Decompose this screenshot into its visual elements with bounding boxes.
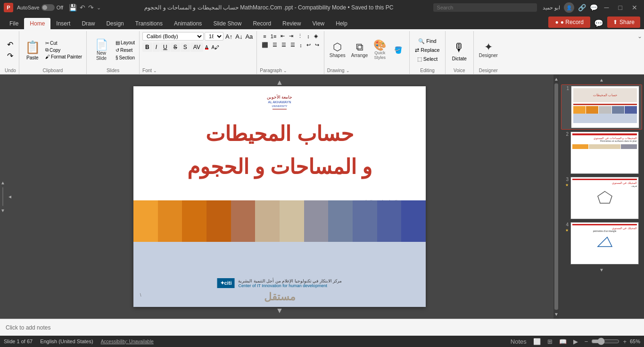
shadow-button[interactable]: S — [181, 42, 190, 52]
find-button[interactable]: 🔍 Find — [416, 37, 438, 45]
scroll-down-arrow[interactable]: ▼ — [553, 311, 560, 318]
scroll-thumb[interactable] — [554, 83, 558, 310]
dictate-button[interactable]: 🎙 Dictate — [448, 38, 471, 63]
font-expand-icon[interactable]: ⌄ — [153, 68, 157, 73]
replace-button[interactable]: ⇄ Replace — [413, 46, 442, 54]
thumbnail-2[interactable]: 2 المحيطات و المساحات في المستوي Périmèt… — [561, 131, 642, 175]
redo-title-icon[interactable]: ↷ — [88, 4, 94, 11]
tab-slideshow[interactable]: Slide Show — [207, 18, 247, 29]
copy-button[interactable]: ⧉ Copy — [44, 47, 83, 53]
thumb-2-image[interactable]: المحيطات و المساحات في المستوي Périmètre… — [570, 132, 639, 174]
select-button[interactable]: ⬚ Select — [415, 55, 440, 63]
decrease-indent-button[interactable]: ⇤ — [279, 32, 287, 40]
font-color-button[interactable]: A — [204, 44, 210, 50]
panel-down-arrow[interactable]: ▼ — [0, 208, 5, 213]
thumb-4-image[interactable]: المحيلك في المستوي périmètre d'un triang… — [570, 222, 639, 264]
align-left-button[interactable]: ⬛ — [260, 41, 270, 49]
slide-canvas[interactable]: جامعة الأخوين AL AKHAWAYN UNIVERSITY حسا… — [133, 86, 426, 307]
save-icon[interactable]: 💾 — [69, 4, 77, 11]
align-right-button[interactable]: ☰ — [280, 41, 288, 49]
undo-button[interactable]: ↶ — [5, 39, 15, 50]
new-slide-button[interactable]: 📄 NewSlide — [90, 38, 113, 62]
record-button[interactable]: ● ● Record — [548, 17, 590, 28]
font-name-select[interactable]: Calibri (Body) — [142, 32, 204, 41]
share-icon[interactable]: 🔗 — [578, 4, 586, 11]
tab-animations[interactable]: Animations — [168, 18, 207, 29]
ltr-button[interactable]: ↪ — [313, 41, 321, 49]
accessibility-status[interactable]: Accessibility: Unavailable — [101, 339, 154, 344]
tab-review[interactable]: Review — [277, 18, 306, 29]
underline-button[interactable]: U — [160, 42, 170, 52]
customize-title-icon[interactable]: ⌄ — [97, 5, 101, 11]
reading-view-button[interactable]: 📖 — [558, 338, 568, 345]
tab-draw[interactable]: Draw — [76, 18, 100, 29]
slide-nav-down[interactable]: ▼ — [276, 306, 283, 315]
designer-button[interactable]: ✦ Designer — [477, 41, 500, 59]
justify-button[interactable]: ☰ — [289, 41, 297, 49]
share-button[interactable]: ⬆ Share — [607, 17, 640, 28]
thumb-1-image[interactable]: حساب المحيطات — [571, 86, 639, 128]
scroll-up-arrow[interactable]: ▲ — [553, 75, 560, 83]
normal-view-button[interactable]: ⬜ — [532, 338, 542, 345]
strikethrough-button[interactable]: S — [171, 42, 180, 52]
arrange-button[interactable]: ⧉ Arrange — [349, 41, 371, 59]
comment-button[interactable]: 💬 — [594, 19, 603, 28]
search-input[interactable] — [433, 3, 537, 12]
redo-button[interactable]: ↷ — [5, 50, 15, 61]
shapes-button[interactable]: ⬡ Shapes — [327, 41, 348, 59]
zoom-out-button[interactable]: − — [583, 338, 590, 345]
panel-up-arrow[interactable]: ▲ — [0, 180, 5, 185]
thumbnail-4[interactable]: 4 ★ المحيلك في المستوي périmètre d'un tr… — [561, 221, 642, 265]
thumbnail-3[interactable]: 3 ★ المحيلك في المستوي تعريف P=AB+BC+CD+… — [561, 176, 642, 220]
thumb-3-image[interactable]: المحيلك في المستوي تعريف P=AB+BC+CD+DE+E… — [570, 177, 639, 219]
canvas-area[interactable]: ▲ ◂ جامعة الأخوين AL AKHAWAYN UNIVERSITY… — [6, 74, 553, 319]
presentation-view-button[interactable]: ▶ — [572, 338, 579, 345]
increase-font-button[interactable]: A↑ — [224, 33, 233, 41]
zoom-slider[interactable] — [591, 338, 619, 345]
slide-nav-up[interactable]: ▲ — [276, 78, 283, 87]
cut-button[interactable]: ✂ Cut — [44, 40, 83, 46]
italic-button[interactable]: I — [153, 42, 160, 52]
clear-format-button[interactable]: Aa — [244, 33, 254, 41]
notes-button[interactable]: Notes — [509, 338, 528, 345]
tab-design[interactable]: Design — [100, 18, 129, 29]
maximize-button[interactable]: □ — [616, 4, 625, 11]
layout-button[interactable]: ▤ Layout — [114, 40, 136, 46]
vertical-scrollbar[interactable]: ▲ ▼ — [553, 74, 559, 319]
align-center-button[interactable]: ☰ — [271, 41, 279, 49]
tab-record[interactable]: Record — [247, 18, 277, 29]
tab-home[interactable]: Home — [24, 18, 50, 29]
tab-transitions[interactable]: Transitions — [130, 18, 168, 29]
char-spacing-button[interactable]: AV — [190, 42, 203, 52]
close-button[interactable]: ✕ — [629, 4, 640, 11]
numbering-button[interactable]: 1≡ — [269, 33, 279, 40]
rtl-button[interactable]: ↩ — [305, 41, 313, 49]
font-size-select[interactable]: 18 — [205, 32, 223, 41]
avatar[interactable]: 👤 — [564, 2, 574, 13]
shape-fill-button[interactable]: 🪣 — [389, 45, 406, 55]
thumbs-scroll-up[interactable]: ▲ — [561, 76, 642, 83]
bold-button[interactable]: B — [142, 42, 152, 52]
paste-button[interactable]: 📋 Paste — [22, 39, 43, 62]
increase-indent-button[interactable]: ⇥ — [287, 32, 295, 40]
reset-button[interactable]: ↺ Reset — [114, 47, 136, 53]
zoom-in-button[interactable]: + — [621, 338, 628, 345]
decrease-font-button[interactable]: A↓ — [234, 33, 243, 41]
tab-file[interactable]: File — [4, 18, 24, 29]
section-button[interactable]: § Section — [114, 55, 136, 61]
thumbs-scroll-down[interactable]: ▼ — [561, 266, 642, 273]
minimize-button[interactable]: ─ — [602, 4, 612, 11]
autosave-toggle[interactable] — [41, 4, 55, 11]
tab-view[interactable]: View — [306, 18, 330, 29]
slide-sorter-button[interactable]: ⊞ — [546, 338, 554, 345]
undo-title-icon[interactable]: ↶ — [80, 4, 85, 11]
tab-help[interactable]: Help — [330, 18, 353, 29]
format-painter-button[interactable]: 🖌 Format Painter — [44, 54, 83, 60]
left-scroll-thumb[interactable] — [2, 187, 3, 206]
highlight-color-button[interactable]: A🖍 — [210, 44, 221, 51]
text-dir-button[interactable]: ↕ — [305, 33, 312, 40]
tab-insert[interactable]: Insert — [50, 18, 76, 29]
quick-styles-button[interactable]: 🎨 QuickStyles — [371, 39, 388, 62]
para-expand-icon[interactable]: ⌄ — [283, 68, 287, 73]
ribbon-expand-button[interactable]: ⌄ — [637, 31, 642, 74]
